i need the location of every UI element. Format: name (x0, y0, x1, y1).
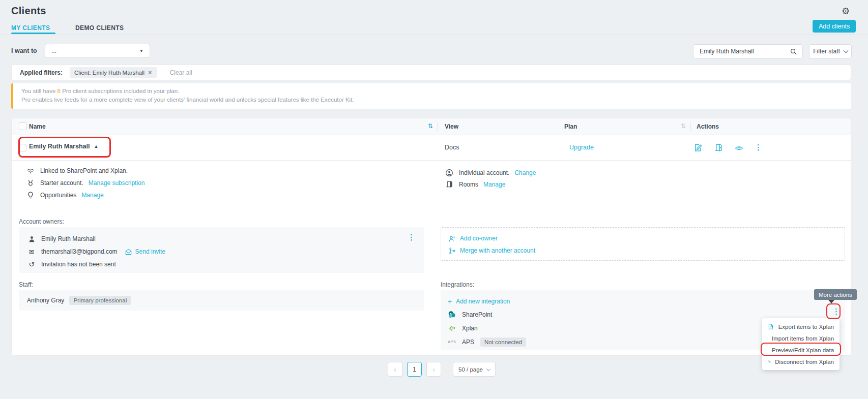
dropdown-caret-icon: ▼ (139, 49, 143, 53)
add-co-owner-label: Add co-owner (460, 235, 498, 242)
wifi-icon (26, 167, 35, 175)
i-want-to-dropdown[interactable]: ... ▼ (45, 44, 150, 58)
add-integration-link[interactable]: + Add new integration (448, 295, 838, 308)
page-1-button[interactable]: 1 (407, 362, 422, 377)
client-search-box[interactable] (693, 44, 803, 58)
rooms-manage-link[interactable]: Manage (483, 181, 505, 188)
change-account-type-link[interactable]: Change (514, 169, 536, 176)
integration-name: APS (462, 339, 474, 346)
menu-item-label: Import items from Xplan (772, 335, 834, 342)
table-header-row: Name ⇅ View Plan ⇅ Actions (12, 118, 851, 135)
owner-email: themarshall3@bigpond.com (41, 248, 118, 255)
integration-name: SharePoint (462, 311, 492, 318)
page-size-select[interactable]: 50 / page (453, 362, 496, 377)
merge-icon (448, 247, 456, 255)
subscription-row: Starter account. Manage subscription (26, 179, 144, 187)
xplan-more-actions-kebab-icon[interactable]: ⋮ (832, 308, 840, 315)
column-divider (437, 122, 438, 131)
banner-line-1: You still have 8 Pro client subscription… (21, 87, 843, 96)
column-header-name: Name (29, 123, 46, 130)
send-invite-label: Send invite (135, 248, 165, 255)
linked-status-row: Linked to SharePoint and Xplan. (26, 167, 128, 175)
staff-name: Anthony Gray (27, 297, 64, 304)
client-filter-chip[interactable]: Client: Emily Ruth Marshall × (70, 67, 157, 78)
client-name-toggle[interactable]: Emily Ruth Marshall ▲ (29, 143, 98, 150)
invitation-status-row: ↺ Invitation has not been sent (27, 259, 416, 270)
more-actions-tooltip: More actions (814, 289, 857, 300)
collapse-caret-icon: ▲ (94, 144, 98, 149)
client-search-input[interactable] (699, 47, 787, 55)
account-owners-box: Emily Ruth Marshall ✉ themarshall3@bigpo… (19, 227, 424, 273)
banner-line-2: Pro enables live feeds for a more comple… (21, 96, 843, 104)
opportunities-manage-link[interactable]: Manage (81, 192, 103, 199)
eye-icon[interactable] (735, 144, 743, 152)
owner-kebab-icon[interactable]: ⋮ (408, 233, 415, 241)
clients-table-card: Name ⇅ View Plan ⇅ Actions Emily Ruth Ma… (11, 118, 851, 356)
xplan-logo-icon (448, 324, 456, 332)
select-all-checkbox[interactable] (19, 122, 26, 130)
view-cell: Docs (445, 144, 459, 151)
integrations-label: Integrations: (441, 281, 474, 288)
tab-my-clients[interactable]: MY CLIENTS (11, 24, 50, 32)
active-tab-underline (11, 33, 55, 34)
page-size-value: 50 / page (458, 366, 483, 373)
staff-box: Anthony Gray Primary professional (19, 290, 424, 311)
rooms-text: Rooms (459, 181, 478, 188)
search-icon[interactable] (790, 48, 797, 55)
settings-gear-icon[interactable]: ⚙ (842, 7, 850, 16)
person-add-icon (448, 235, 456, 242)
sort-name-icon[interactable]: ⇅ (428, 123, 433, 129)
column-header-view: View (445, 123, 458, 130)
medal-icon (26, 179, 35, 187)
chevron-down-icon (843, 48, 848, 53)
menu-item-disconnect[interactable]: Disconnect from Xplan (762, 356, 840, 367)
upgrade-link[interactable]: Upgrade (569, 144, 594, 151)
applied-filters-bar: Applied filters: Client: Emily Ruth Mars… (11, 65, 851, 80)
menu-item-export[interactable]: Export items to Xplan (762, 321, 840, 332)
lightbulb-icon (26, 191, 35, 199)
add-clients-button[interactable]: Add clients (813, 20, 856, 33)
filter-staff-label: Filter staff (813, 48, 840, 55)
applied-filters-label: Applied filters: (20, 69, 63, 76)
tooltip-arrow (828, 300, 834, 303)
add-co-owner-link[interactable]: Add co-owner (448, 233, 837, 244)
tabs-divider (0, 35, 868, 35)
account-type-text: Individual account. (459, 169, 509, 176)
sort-plan-icon[interactable]: ⇅ (681, 123, 686, 129)
xplan-context-menu: Export items to Xplan Import items from … (762, 318, 840, 370)
doc-export-icon (768, 323, 774, 330)
linked-text: Linked to SharePoint and Xplan. (40, 167, 128, 174)
integration-status-badge: Not connected (480, 337, 526, 347)
merge-account-link[interactable]: Merge with another account (448, 245, 837, 256)
prev-page-button[interactable]: ‹ (388, 362, 402, 377)
history-icon: ↺ (27, 260, 36, 268)
column-divider (690, 122, 691, 131)
pro-subscription-banner: You still have 8 Pro client subscription… (11, 83, 851, 109)
send-invite-link[interactable]: Send invite (125, 248, 165, 256)
page-title: Clients (11, 5, 46, 17)
manage-subscription-link[interactable]: Manage subscription (89, 179, 145, 187)
opportunities-text: Opportunities (40, 192, 76, 199)
clear-all-link[interactable]: Clear all (170, 69, 192, 76)
rooms-row: Rooms Manage (445, 180, 505, 188)
client-name: Emily Ruth Marshall (29, 143, 90, 150)
aps-logo-icon: APS (448, 340, 456, 344)
row-more-actions-kebab-icon[interactable]: ⋮ (755, 143, 762, 151)
open-door-icon[interactable] (714, 143, 723, 152)
invitation-status: Invitation has not been sent (41, 261, 116, 268)
pagination: ‹ 1 › 50 / page (388, 362, 496, 377)
account-type-row: Individual account. Change (445, 169, 536, 177)
filter-staff-button[interactable]: Filter staff (809, 44, 852, 58)
menu-item-import[interactable]: Import items from Xplan (762, 332, 840, 344)
add-integration-label: Add new integration (456, 298, 510, 305)
account-owners-label: Account owners: (19, 218, 64, 225)
edit-client-icon[interactable] (694, 143, 703, 152)
menu-item-preview-edit[interactable]: Preview/Edit Xplan data (762, 344, 840, 356)
column-header-plan: Plan (564, 123, 577, 130)
next-page-button[interactable]: › (426, 362, 441, 377)
tab-demo-clients[interactable]: DEMO CLIENTS (75, 24, 124, 32)
row-checkbox[interactable] (19, 144, 26, 151)
staff-label: Staff: (19, 281, 33, 288)
remove-filter-icon[interactable]: × (148, 69, 152, 76)
menu-item-label: Export items to Xplan (778, 324, 834, 330)
